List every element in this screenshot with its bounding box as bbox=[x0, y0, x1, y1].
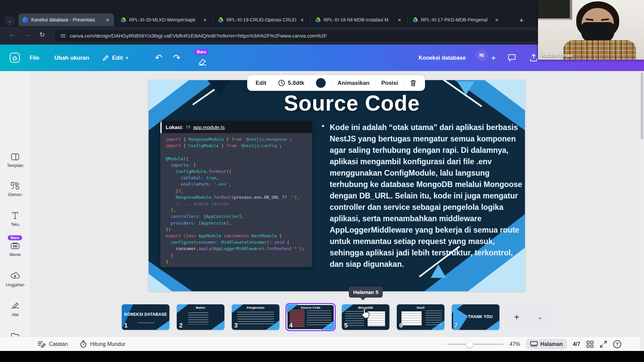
home-icon[interactable] bbox=[9, 52, 20, 63]
zoom-slider-thumb[interactable] bbox=[466, 341, 473, 348]
sidebar-item-unggahan[interactable]: Unggahan bbox=[0, 272, 30, 287]
thumb-text-lines bbox=[137, 322, 155, 324]
sidebar-item-merek[interactable]: Merek bbox=[0, 242, 30, 257]
page-thumbnail-7[interactable]: THANK YOU 7 bbox=[452, 304, 499, 330]
tab-search-button[interactable]: ⌄ bbox=[4, 16, 15, 26]
baru-badge: Baru bbox=[194, 49, 209, 55]
page-thumbnail-6[interactable]: Hasil 6 bbox=[397, 304, 444, 330]
notes-icon bbox=[38, 341, 46, 348]
edit-menu[interactable]: Edit ▾ bbox=[102, 45, 128, 71]
slide-title[interactable]: Source Code bbox=[284, 91, 420, 116]
zoom-slider[interactable] bbox=[447, 344, 503, 345]
decor-triangle bbox=[208, 80, 231, 96]
grid-view-icon[interactable] bbox=[586, 341, 594, 348]
color-swatch-button[interactable] bbox=[310, 78, 331, 88]
chevron-down-icon[interactable]: ⌄ bbox=[538, 314, 542, 321]
duration-button[interactable]: 5.0dtk bbox=[272, 79, 310, 86]
drive-favicon bbox=[315, 17, 321, 22]
code-block-header: Lokasi: TS app.module.ts bbox=[160, 121, 312, 133]
notes-button[interactable]: Catatan bbox=[38, 337, 68, 351]
reload-icon[interactable]: ↻ bbox=[40, 31, 45, 39]
redo-button[interactable]: ↷ bbox=[173, 45, 180, 71]
tab-canva[interactable]: Koneksi database - Presentasi × bbox=[18, 13, 114, 26]
baru-badge: Baru bbox=[8, 235, 22, 240]
close-icon[interactable]: × bbox=[397, 17, 402, 23]
drive-favicon bbox=[218, 17, 223, 22]
typescript-badge: TS bbox=[186, 125, 191, 129]
comment-icon[interactable] bbox=[507, 53, 517, 62]
thumb-title: THANK YOU bbox=[457, 314, 499, 319]
site-settings-icon[interactable] bbox=[60, 34, 66, 38]
position-button[interactable]: Posisi bbox=[376, 80, 404, 86]
page-thumbnail-2[interactable]: Materi 2 bbox=[177, 304, 224, 330]
file-menu[interactable]: File bbox=[30, 45, 39, 71]
close-icon[interactable]: × bbox=[300, 17, 305, 23]
chevron-down-icon: ⌄ bbox=[8, 18, 12, 24]
avatar[interactable]: RI bbox=[476, 49, 488, 61]
page-thumbnail-3[interactable]: Pengenalan 3 bbox=[232, 304, 279, 330]
page-thumbnail-1[interactable]: KONEKSI DATABASE 1 bbox=[122, 304, 169, 330]
code-block[interactable]: Lokasi: TS app.module.ts import { Mongoo… bbox=[160, 121, 312, 267]
clock-icon bbox=[278, 79, 285, 86]
scrollbar-thumb[interactable] bbox=[641, 72, 643, 139]
scrollbar[interactable] bbox=[640, 71, 644, 351]
tab-drive-2[interactable]: RPL-XI-19-CRUD-Operasi CRUD × bbox=[214, 13, 309, 26]
context-toolbar: Edit 5.0dtk Animasikan Posisi bbox=[247, 75, 425, 91]
doc-title[interactable]: Koneksi database bbox=[419, 45, 466, 71]
webcam-name-label: Razzan Ilman bbox=[541, 52, 573, 58]
page-thumbnail-4-selected[interactable]: Source Code 4 bbox=[287, 304, 334, 330]
letterbox-band bbox=[0, 351, 644, 362]
pencil-icon bbox=[102, 55, 109, 61]
add-collaborator-button[interactable]: + bbox=[491, 45, 496, 71]
plus-icon[interactable]: + bbox=[514, 312, 519, 322]
redo-icon: ↷ bbox=[173, 53, 180, 63]
close-icon[interactable]: × bbox=[105, 17, 110, 23]
trash-icon bbox=[410, 79, 417, 87]
tab-drive-3[interactable]: RPL-XI-18-IM-MDB-Instalasi M × bbox=[311, 13, 406, 26]
close-icon[interactable]: × bbox=[494, 17, 499, 23]
sidebar-item-alat[interactable]: Alat bbox=[0, 302, 30, 317]
webcam-face-mask bbox=[581, 22, 614, 43]
shapes-icon bbox=[10, 182, 20, 190]
undo-icon: ↶ bbox=[155, 53, 162, 63]
canva-favicon bbox=[22, 17, 28, 23]
forward-icon[interactable]: → bbox=[24, 31, 31, 38]
view-mode-button[interactable]: Halaman bbox=[526, 339, 567, 349]
url-text: canva.com/design/DAHGyRhB56Y/x3fogLvaEVb… bbox=[70, 33, 327, 39]
chevron-down-icon: ▾ bbox=[126, 55, 128, 60]
code-lines: import { MongooseModule } from '@nestjs/… bbox=[160, 133, 312, 267]
upload-icon[interactable] bbox=[529, 53, 538, 62]
status-bar: Catatan Hitung Mundur 47% Halaman 4/7 ? bbox=[0, 337, 644, 351]
delete-button[interactable] bbox=[404, 79, 422, 87]
edit-button[interactable]: Edit bbox=[250, 80, 272, 86]
text-icon bbox=[11, 212, 19, 220]
tab-title: RPL-XI-20-MLKD-Mempersiapk bbox=[129, 17, 196, 22]
cloud-upload-icon bbox=[10, 272, 20, 280]
close-icon[interactable]: × bbox=[203, 17, 207, 23]
undo-button[interactable]: ↶ bbox=[155, 45, 162, 71]
page-number: 3 bbox=[234, 322, 238, 329]
page-tooltip: Halaman 5 bbox=[349, 287, 383, 298]
resize-menu[interactable]: Ubah ukuran bbox=[54, 45, 89, 71]
help-button[interactable]: ? bbox=[613, 340, 621, 348]
back-icon[interactable]: ← bbox=[9, 31, 15, 38]
sidebar-item-elemen[interactable]: Elemen bbox=[0, 182, 30, 197]
new-tab-button[interactable]: + bbox=[519, 16, 524, 25]
sidebar-item-template[interactable]: Template bbox=[0, 153, 30, 168]
slide-page[interactable]: Source Code Lokasi: TS app.module.ts imp… bbox=[149, 80, 525, 291]
plus-icon: + bbox=[491, 53, 496, 63]
slide-body-text[interactable]: Kode ini adalah “otak utama” dari aplika… bbox=[330, 122, 524, 270]
add-page-button[interactable]: + ⌄ bbox=[505, 306, 552, 328]
fullscreen-icon[interactable] bbox=[600, 341, 607, 348]
animate-button[interactable]: Animasikan bbox=[332, 80, 375, 86]
thumb-title: Materi bbox=[177, 306, 224, 309]
address-bar[interactable]: canva.com/design/DAHGyRhB56Y/x3fogLvaEVb… bbox=[54, 30, 537, 42]
tab-drive-1[interactable]: RPL-XI-20-MLKD-Mempersiapk × bbox=[117, 13, 211, 26]
sidebar-item-teks[interactable]: Teks bbox=[0, 212, 30, 227]
tab-title: RPL-XI-19-CRUD-Operasi CRUD bbox=[226, 17, 296, 22]
tab-drive-4[interactable]: RPL-XI-17-PKD-MDB-Pengenal × bbox=[409, 13, 503, 26]
page-view-icon bbox=[530, 341, 538, 347]
brand-kit-icon bbox=[10, 242, 20, 250]
countdown-button[interactable]: Hitung Mundur bbox=[80, 337, 125, 351]
eraser-icon[interactable] bbox=[198, 57, 207, 66]
